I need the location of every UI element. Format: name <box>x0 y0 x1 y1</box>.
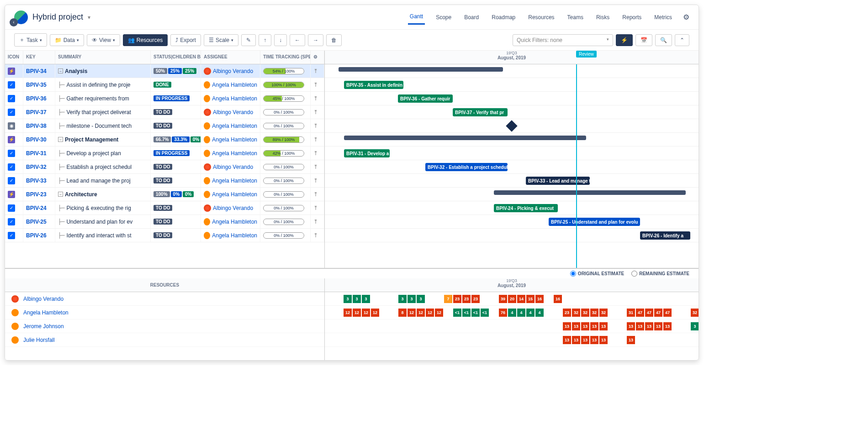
workload-cell[interactable]: 13 <box>626 335 635 345</box>
task-bar[interactable]: BPIV-32 - Establish a project schedul <box>425 163 508 171</box>
task-bar[interactable]: BPIV-37 - Verify that pr <box>453 108 508 116</box>
workload-cell[interactable]: 3 <box>416 294 425 304</box>
project-title[interactable]: Hybrid project <box>32 12 83 22</box>
table-row[interactable]: ✓ BPIV-36 ├─Gather requirements from IN … <box>5 92 324 105</box>
row-action-icon[interactable]: ⤒ <box>311 133 324 146</box>
row-action-icon[interactable]: ⤒ <box>311 201 324 215</box>
workload-cell[interactable]: 13 <box>599 335 608 345</box>
tab-risks[interactable]: Risks <box>594 10 611 24</box>
table-row[interactable]: ✓ BPIV-26 ├─Identify and interact with s… <box>5 229 324 242</box>
gantt-row[interactable]: BPIV-33 - Lead and manage the p <box>325 174 699 188</box>
workload-cell[interactable]: 13 <box>626 322 635 331</box>
workload-cell[interactable]: 23 <box>471 294 480 304</box>
col-assignee[interactable]: ASSIGNEE <box>201 51 260 64</box>
resource-row[interactable]: Albingo Verando <box>5 292 324 306</box>
workload-cell[interactable]: 12 <box>434 308 444 317</box>
workload-cell[interactable]: 12 <box>416 308 425 317</box>
col-status[interactable]: STATUS|CHILDREN BY S <box>151 51 201 64</box>
status-cell[interactable]: IN PROGRESS <box>151 92 201 105</box>
project-dropdown-icon[interactable]: ▾ <box>88 14 90 21</box>
gantt-row[interactable]: BPIV-37 - Verify that pr <box>325 105 699 119</box>
resource-name[interactable]: Angela Hambleton <box>23 309 69 316</box>
trash-icon[interactable]: 🗑 <box>326 34 342 46</box>
review-marker[interactable]: Review <box>576 51 597 58</box>
resource-name[interactable]: Jerome Johnson <box>23 323 64 330</box>
workload-cell[interactable]: 23 <box>462 294 471 304</box>
milestone-marker[interactable] <box>506 120 517 131</box>
arrow-up-icon[interactable]: ↑ <box>259 34 271 46</box>
workload-cell[interactable]: 13 <box>572 335 581 345</box>
issue-key[interactable]: BPIV-37 <box>26 109 47 115</box>
workload-cell[interactable]: 14 <box>517 294 526 304</box>
col-icon[interactable]: ICON <box>5 51 23 64</box>
workload-cell[interactable]: <1 <box>453 308 462 317</box>
workload-cell[interactable]: 13 <box>581 322 590 331</box>
edit-icon[interactable]: ✎ <box>241 34 256 46</box>
row-action-icon[interactable]: ⤒ <box>311 174 324 187</box>
status-cell[interactable]: 50%25%25% <box>151 64 201 78</box>
bolt-icon[interactable]: ⚡ <box>616 34 633 46</box>
task-bar[interactable]: BPIV-24 - Picking & execut <box>494 204 558 212</box>
col-gear-icon[interactable]: ⚙ <box>311 51 324 64</box>
workload-cell[interactable]: 12 <box>370 308 380 317</box>
table-row[interactable]: ◉ BPIV-38 ├─milestone - Document tech TO… <box>5 119 324 133</box>
workload-cell[interactable]: 23 <box>562 308 572 317</box>
gantt-row[interactable]: BPIV-25 - Understand and plan for evolu <box>325 215 699 229</box>
gear-icon[interactable]: ⚙ <box>683 13 689 21</box>
assignee-link[interactable]: Angela Hambleton <box>212 136 257 143</box>
issue-key[interactable]: BPIV-31 <box>26 150 47 157</box>
table-row[interactable]: ✓ BPIV-31 ├─Develop a project plan IN PR… <box>5 147 324 160</box>
calendar-icon[interactable]: 📅 <box>635 34 652 46</box>
assignee-link[interactable]: Angela Hambleton <box>212 82 257 88</box>
workload-cell[interactable]: 32 <box>599 308 608 317</box>
gantt-row[interactable] <box>325 188 699 201</box>
workload-cell[interactable]: 12 <box>425 308 434 317</box>
arrow-right-icon[interactable]: → <box>308 34 323 46</box>
workload-cell[interactable]: 12 <box>343 308 352 317</box>
assignee-link[interactable]: Albingo Verando <box>213 164 253 170</box>
tab-scope[interactable]: Scope <box>434 10 453 24</box>
workload-cell[interactable]: 39 <box>498 294 508 304</box>
workload-cell[interactable]: 12 <box>407 308 416 317</box>
workload-cell[interactable]: 13 <box>581 335 590 345</box>
workload-cell[interactable]: 32 <box>690 308 699 317</box>
task-bar[interactable]: BPIV-36 - Gather requir <box>398 94 453 103</box>
workload-cell[interactable]: 47 <box>645 308 654 317</box>
workload-cell[interactable]: 15 <box>526 294 535 304</box>
workload-cell[interactable]: 20 <box>508 294 517 304</box>
table-row[interactable]: ✓ BPIV-35 ├─Assist in defining the proje… <box>5 78 324 92</box>
workload-cell[interactable]: 12 <box>352 308 361 317</box>
workload-cell[interactable]: 13 <box>654 322 663 331</box>
issue-key[interactable]: BPIV-36 <box>26 95 47 102</box>
issue-key[interactable]: BPIV-38 <box>26 123 47 129</box>
tab-gantt[interactable]: Gantt <box>408 10 425 25</box>
workload-cell[interactable]: 32 <box>581 308 590 317</box>
resource-row[interactable]: Jerome Johnson <box>5 319 324 333</box>
assignee-link[interactable]: Angela Hambleton <box>212 95 257 102</box>
assignee-link[interactable]: Angela Hambleton <box>212 232 257 239</box>
table-row[interactable]: ✓ BPIV-37 ├─Verify that project delivera… <box>5 105 324 119</box>
workload-cell[interactable]: <1 <box>462 308 471 317</box>
issue-key[interactable]: BPIV-32 <box>26 164 47 170</box>
workload-cell[interactable]: 31 <box>626 308 635 317</box>
assignee-link[interactable]: Albingo Verando <box>213 68 253 74</box>
resource-name[interactable]: Albingo Verando <box>23 296 64 302</box>
table-row[interactable]: ⚡ BPIV-23 −Architecture 100%0%0% Angela … <box>5 188 324 201</box>
task-bar[interactable]: BPIV-25 - Understand and plan for evolu <box>549 218 640 226</box>
table-row[interactable]: ✓ BPIV-32 ├─Establish a project schedul … <box>5 160 324 174</box>
tab-metrics[interactable]: Metrics <box>652 10 674 24</box>
row-action-icon[interactable]: ⤒ <box>311 229 324 242</box>
workload-cell[interactable]: 4 <box>517 308 526 317</box>
issue-key[interactable]: BPIV-30 <box>26 136 47 143</box>
workload-cell[interactable]: 3 <box>343 294 352 304</box>
status-cell[interactable]: TO DO <box>151 201 201 215</box>
workload-cell[interactable]: 3 <box>352 294 361 304</box>
tab-board[interactable]: Board <box>462 10 481 24</box>
table-row[interactable]: ✓ BPIV-25 ├─Understand and plan for ev T… <box>5 215 324 229</box>
workload-cell[interactable]: 4 <box>535 308 544 317</box>
status-cell[interactable]: 100%0%0% <box>151 188 201 201</box>
status-cell[interactable]: IN PROGRESS <box>151 147 201 160</box>
workload-cell[interactable]: 47 <box>635 308 645 317</box>
row-action-icon[interactable]: ⤒ <box>311 92 324 105</box>
quick-filter-dropdown[interactable]: Quick Filters: none ▾ <box>513 34 613 46</box>
